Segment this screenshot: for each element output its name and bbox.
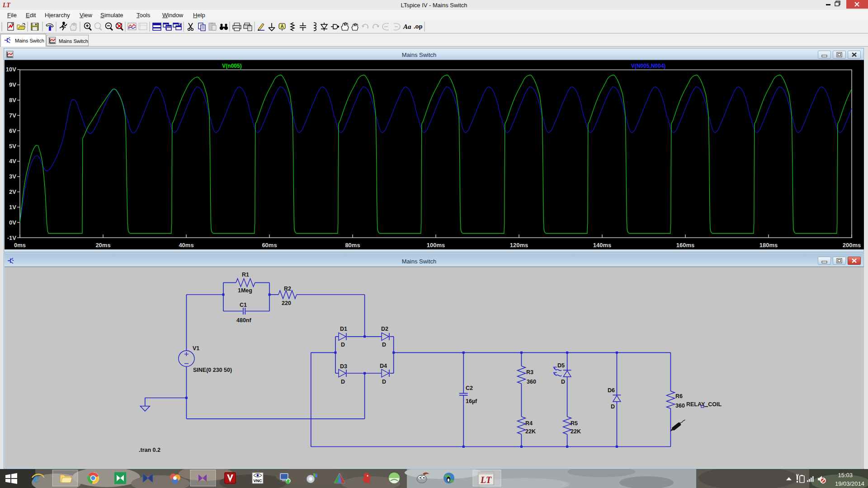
svg-text:D: D xyxy=(561,379,565,385)
svg-text:0ms: 0ms xyxy=(14,242,26,249)
svg-text:e: e xyxy=(33,470,39,485)
svg-text:VNC: VNC xyxy=(253,479,262,483)
svg-text:80ms: 80ms xyxy=(345,242,360,249)
svg-text:20ms: 20ms xyxy=(95,242,110,249)
svg-text:40ms: 40ms xyxy=(179,242,193,249)
svg-text:R3: R3 xyxy=(526,369,533,375)
svg-text:200ms: 200ms xyxy=(843,242,861,249)
svg-text:3V: 3V xyxy=(9,173,16,180)
svg-text:R6: R6 xyxy=(675,393,683,399)
svg-text:V1: V1 xyxy=(193,345,199,352)
svg-text:LT: LT xyxy=(480,475,492,485)
svg-text:.op: .op xyxy=(414,23,423,30)
svg-text:22K: 22K xyxy=(525,428,536,435)
svg-text:7V: 7V xyxy=(9,112,16,119)
svg-text:16µf: 16µf xyxy=(466,398,477,404)
svg-text:D: D xyxy=(341,379,345,385)
svg-text:R2: R2 xyxy=(284,286,291,292)
svg-text:C2: C2 xyxy=(466,385,473,391)
svg-text:V(N005,N004): V(N005,N004) xyxy=(631,63,666,69)
svg-text:6V: 6V xyxy=(9,127,16,134)
svg-text:8V: 8V xyxy=(9,97,16,103)
svg-text:9V: 9V xyxy=(9,81,16,88)
svg-text:19/03/2014: 19/03/2014 xyxy=(835,480,864,487)
svg-text:100ms: 100ms xyxy=(427,242,445,249)
svg-text:SINE(0 230 50): SINE(0 230 50) xyxy=(193,367,232,373)
svg-text:4V: 4V xyxy=(9,158,16,164)
svg-text:1V: 1V xyxy=(9,204,16,211)
svg-text:120ms: 120ms xyxy=(510,242,528,249)
svg-text:180ms: 180ms xyxy=(760,242,778,249)
svg-text:Aa: Aa xyxy=(403,23,411,30)
svg-text:D2: D2 xyxy=(381,326,388,332)
svg-text:D1: D1 xyxy=(340,326,347,332)
svg-text:R5: R5 xyxy=(571,420,578,427)
svg-text:10V: 10V xyxy=(6,66,16,73)
svg-text:D: D xyxy=(611,404,615,410)
svg-text:22K: 22K xyxy=(571,428,581,435)
svg-text:D: D xyxy=(382,342,386,348)
svg-text:5V: 5V xyxy=(9,143,16,150)
svg-text:360: 360 xyxy=(675,403,685,409)
svg-text:A: A xyxy=(281,24,284,29)
svg-text:60ms: 60ms xyxy=(262,242,277,249)
svg-text:D4: D4 xyxy=(380,363,387,369)
svg-text:480nf: 480nf xyxy=(236,317,251,324)
svg-text:D3: D3 xyxy=(340,363,347,370)
svg-text:2V: 2V xyxy=(9,188,16,195)
svg-text:0V: 0V xyxy=(9,219,16,226)
svg-text:360: 360 xyxy=(527,379,536,385)
svg-text:.tran 0.2: .tran 0.2 xyxy=(139,447,160,453)
svg-text:220: 220 xyxy=(282,300,291,306)
svg-text:D: D xyxy=(341,342,345,348)
svg-text:D6: D6 xyxy=(608,387,615,394)
svg-text:D5: D5 xyxy=(557,362,565,369)
svg-text:R4: R4 xyxy=(525,420,533,427)
svg-text:C1: C1 xyxy=(240,302,247,308)
svg-text:1Meg: 1Meg xyxy=(238,287,252,294)
svg-text:R1: R1 xyxy=(242,272,249,278)
svg-text:RELAY_COIL: RELAY_COIL xyxy=(686,401,722,408)
svg-text:160ms: 160ms xyxy=(676,242,694,249)
svg-text:-1V: -1V xyxy=(7,235,17,241)
svg-text:15:03: 15:03 xyxy=(838,472,853,479)
svg-text:D: D xyxy=(382,379,386,385)
svg-text:140ms: 140ms xyxy=(593,242,611,249)
svg-text:V(n005): V(n005) xyxy=(222,63,241,69)
svg-text:LT: LT xyxy=(2,2,11,9)
